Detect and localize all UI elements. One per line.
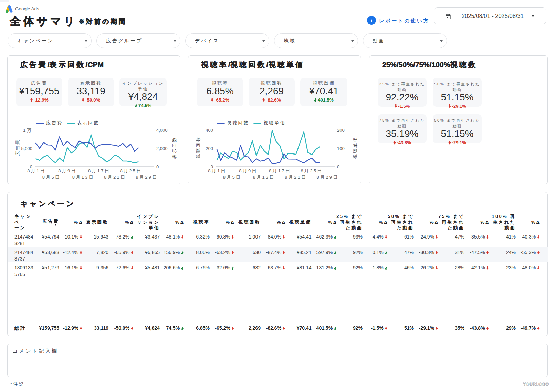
svg-text:視聴回数: 視聴回数 (196, 136, 201, 159)
svg-text:8月29日: 8月29日 (317, 174, 339, 180)
svg-text:8月21日: 8月21日 (285, 174, 307, 180)
svg-text:8月1日: 8月1日 (208, 168, 226, 173)
svg-text:200: 200 (206, 146, 213, 151)
svg-text:8月5日: 8月5日 (223, 174, 241, 180)
svg-text:400: 400 (206, 128, 213, 133)
svg-text:100: 100 (337, 146, 345, 151)
svg-text:8月13日: 8月13日 (253, 174, 275, 180)
svg-text:8月5日: 8月5日 (42, 174, 61, 180)
svg-text:表示回数: 表示回数 (172, 137, 177, 159)
svg-text:8月25日: 8月25日 (120, 168, 142, 173)
svg-text:2,000: 2,000 (156, 146, 168, 151)
svg-text:8月29日: 8月29日 (136, 174, 158, 180)
svg-text:8月9日: 8月9日 (58, 168, 76, 173)
svg-text:8月17日: 8月17日 (269, 168, 291, 173)
svg-text:視聴単価: 視聴単価 (353, 137, 358, 159)
svg-text:8月1日: 8月1日 (27, 168, 45, 173)
svg-text:広告費: 広告費 (15, 139, 20, 156)
svg-text:0: 0 (337, 164, 339, 169)
svg-text:200: 200 (337, 128, 345, 133)
svg-text:8月9日: 8月9日 (239, 168, 257, 173)
svg-text:4,000: 4,000 (156, 128, 168, 133)
svg-text:8月25日: 8月25日 (301, 168, 323, 173)
svg-text:8月21日: 8月21日 (104, 174, 126, 180)
svg-text:5,000: 5,000 (21, 146, 32, 151)
svg-text:0: 0 (156, 164, 159, 169)
svg-text:1万: 1万 (23, 128, 32, 133)
svg-text:8月17日: 8月17日 (88, 168, 110, 173)
svg-text:8月13日: 8月13日 (72, 174, 94, 180)
